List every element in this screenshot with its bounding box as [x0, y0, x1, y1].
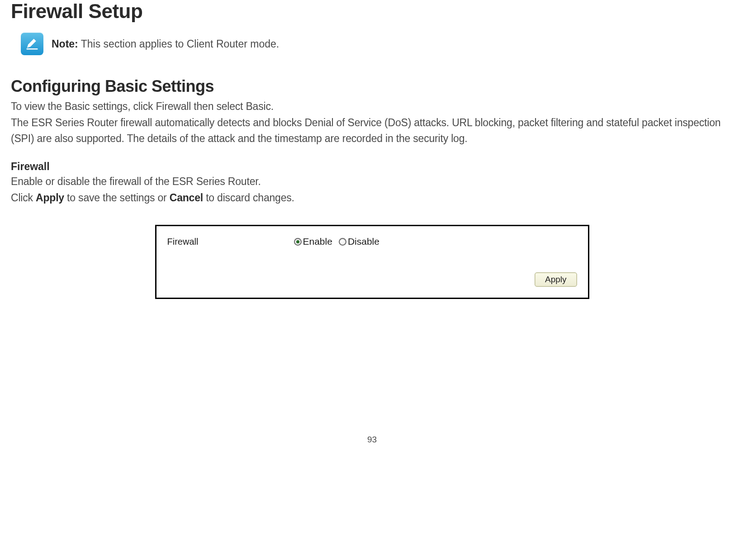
action-suffix: to discard changes. [203, 192, 294, 204]
firewall-label: Firewall [167, 237, 294, 247]
firewall-panel: Firewall Enable Disable Apply [155, 225, 589, 299]
action-apply-word: Apply [36, 192, 64, 204]
firewall-radio-group: Enable Disable [294, 236, 379, 247]
apply-button[interactable]: Apply [535, 272, 577, 287]
note-text: Note: This section applies to Client Rou… [52, 38, 279, 50]
action-prefix: Click [11, 192, 36, 204]
section-desc: The ESR Series Router firewall automatic… [11, 115, 733, 147]
radio-disable[interactable] [339, 238, 346, 246]
panel-actions: Apply [167, 272, 577, 287]
panel-wrap: Firewall Enable Disable Apply [11, 225, 733, 299]
action-line: Click Apply to save the settings or Canc… [11, 190, 733, 206]
note-row: Note: This section applies to Client Rou… [21, 33, 733, 55]
note-label: Note: [52, 38, 78, 50]
radio-enable[interactable] [294, 238, 302, 246]
action-cancel-word: Cancel [170, 192, 203, 204]
pencil-icon [21, 33, 43, 55]
page-title: Firewall Setup [11, 0, 733, 23]
sub-desc: Enable or disable the firewall of the ES… [11, 174, 733, 190]
action-mid: to save the settings or [64, 192, 170, 204]
note-body: This section applies to Client Router mo… [78, 38, 279, 50]
firewall-row: Firewall Enable Disable [167, 236, 577, 247]
radio-enable-item[interactable]: Enable [294, 236, 332, 247]
radio-disable-item[interactable]: Disable [339, 236, 379, 247]
radio-enable-label: Enable [303, 236, 332, 247]
radio-disable-label: Disable [348, 236, 379, 247]
sub-heading: Firewall [11, 161, 733, 173]
page-number: 93 [11, 435, 733, 445]
intro-line: To view the Basic settings, click Firewa… [11, 99, 733, 115]
section-heading: Configuring Basic Settings [11, 77, 733, 96]
